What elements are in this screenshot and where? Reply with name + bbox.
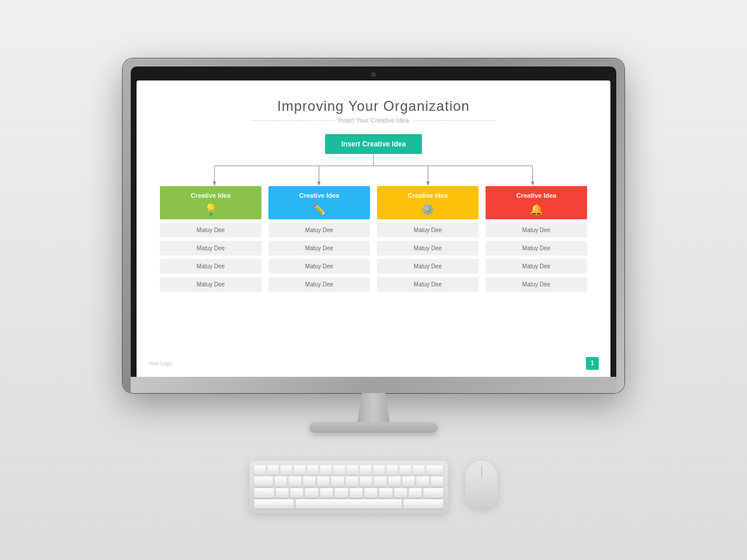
- key: [281, 466, 292, 475]
- list-item: Matuy Dee: [486, 277, 587, 292]
- key: [254, 477, 273, 486]
- stand-base: [309, 422, 438, 433]
- bell-icon: 🔔: [530, 203, 543, 216]
- list-item: Matuy Dee: [268, 241, 370, 256]
- key: [335, 488, 348, 498]
- list-item: Matuy Dee: [486, 241, 587, 256]
- list-item: Matuy Dee: [160, 241, 261, 256]
- list-item: Matuy Dee: [377, 241, 479, 256]
- column-blue-label: Creative Idea: [299, 192, 339, 200]
- keyboard: [250, 461, 448, 513]
- list-item: Matuy Dee: [160, 223, 261, 237]
- list-item: Matuy Dee: [377, 223, 479, 237]
- svg-marker-9: [531, 181, 535, 186]
- kb-row-2: [254, 477, 444, 486]
- key: [347, 466, 358, 475]
- lightbulb-icon: 💡: [204, 203, 217, 216]
- svg-marker-6: [213, 181, 217, 186]
- page-number: 1: [586, 357, 599, 370]
- key: [394, 488, 407, 498]
- key: [359, 477, 372, 486]
- key: [317, 477, 329, 486]
- key: [360, 466, 372, 475]
- key: [403, 499, 443, 509]
- list-item: Matuy Dee: [160, 277, 261, 292]
- key: [290, 488, 303, 498]
- key: [417, 477, 429, 486]
- key: [294, 466, 305, 475]
- column-header-yellow: Creative Idea ⚙️: [377, 186, 479, 219]
- key: [373, 466, 385, 475]
- monitor-outer: Improving Your Organization Insert Your …: [123, 58, 624, 393]
- camera-dot: [371, 72, 376, 77]
- column-red: Creative Idea 🔔 Matuy Dee Matuy Dee Matu…: [486, 186, 587, 292]
- key: [350, 488, 362, 498]
- monitor-bezel: Improving Your Organization Insert Your …: [131, 66, 616, 377]
- kb-row-4: [254, 499, 444, 509]
- key: [424, 488, 444, 498]
- slide-title: Improving Your Organization: [277, 98, 470, 114]
- slide-subtitle: Insert Your Creative Idea: [338, 117, 409, 124]
- root-node: Insert Creative Idea: [325, 134, 423, 154]
- key: [413, 466, 424, 475]
- key: [400, 466, 411, 475]
- key: [320, 466, 332, 475]
- key: [402, 477, 414, 486]
- key: [254, 466, 266, 475]
- column-green: Creative Idea 💡 Matuy Dee Matuy Dee Matu…: [160, 186, 261, 292]
- keyboard-area: [250, 461, 498, 513]
- column-red-label: Creative Idea: [516, 192, 556, 200]
- monitor-stand: [123, 393, 624, 433]
- slide-footer: Your Logo 1: [148, 357, 599, 370]
- column-header-blue: Creative Idea ✏️: [268, 186, 370, 219]
- key: [364, 488, 377, 498]
- column-header-red: Creative Idea 🔔: [486, 186, 587, 219]
- monitor-chin: [131, 377, 616, 393]
- key: [331, 477, 344, 486]
- key: [254, 499, 294, 509]
- column-yellow: Creative Idea ⚙️ Matuy Dee Matuy Dee Mat…: [377, 186, 479, 292]
- column-yellow-label: Creative Idea: [408, 192, 448, 200]
- key: [307, 466, 319, 475]
- key: [303, 477, 315, 486]
- list-item: Matuy Dee: [160, 259, 261, 274]
- key: [333, 466, 345, 475]
- footer-logo: Your Logo: [148, 360, 172, 366]
- key: [409, 488, 422, 498]
- pencil-icon: ✏️: [313, 203, 326, 216]
- key: [374, 477, 386, 486]
- mouse: [466, 461, 498, 508]
- column-blue: Creative Idea ✏️ Matuy Dee Matuy Dee Mat…: [268, 186, 370, 292]
- list-item: Matuy Dee: [268, 259, 370, 274]
- monitor: Improving Your Organization Insert Your …: [123, 58, 624, 433]
- key: [386, 466, 398, 475]
- key: [275, 488, 288, 498]
- kb-row-3: [254, 488, 444, 498]
- kb-row-1: [254, 466, 444, 475]
- key: [431, 477, 443, 486]
- key: [254, 488, 274, 498]
- list-item: Matuy Dee: [377, 259, 479, 274]
- list-item: Matuy Dee: [377, 277, 479, 292]
- svg-marker-8: [427, 181, 430, 186]
- key: [345, 477, 358, 486]
- slide: Improving Your Organization Insert Your …: [137, 80, 610, 377]
- key: [388, 477, 400, 486]
- list-item: Matuy Dee: [268, 277, 370, 292]
- stand-neck: [350, 393, 397, 422]
- monitor-screen: Improving Your Organization Insert Your …: [137, 80, 610, 377]
- list-item: Matuy Dee: [486, 223, 587, 237]
- scene: Improving Your Organization Insert Your …: [0, 0, 747, 560]
- key: [305, 488, 318, 498]
- columns-container: Creative Idea 💡 Matuy Dee Matuy Dee Matu…: [160, 186, 587, 292]
- connector-lines: [160, 154, 587, 186]
- svg-marker-7: [317, 181, 321, 186]
- list-item: Matuy Dee: [486, 259, 587, 274]
- column-green-label: Creative Idea: [191, 192, 231, 200]
- column-header-green: Creative Idea 💡: [160, 186, 261, 219]
- list-item: Matuy Dee: [268, 223, 370, 237]
- gear-icon: ⚙️: [421, 203, 434, 216]
- key: [267, 466, 279, 475]
- key: [320, 488, 333, 498]
- key: [426, 466, 443, 475]
